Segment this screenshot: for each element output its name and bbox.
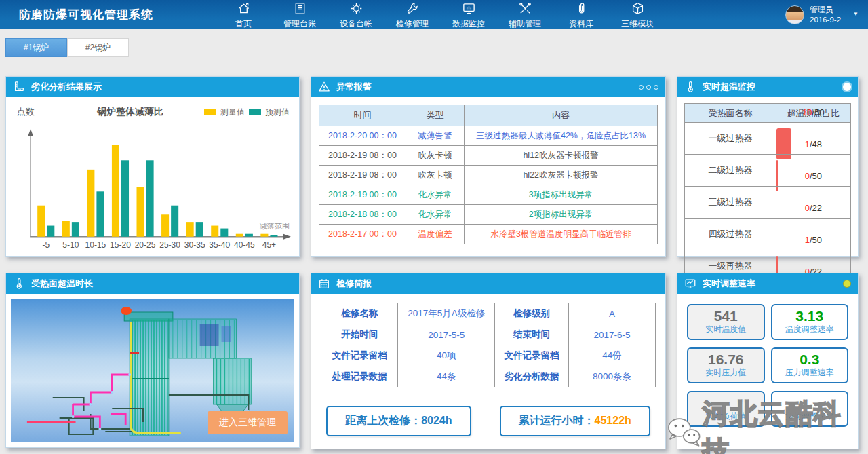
user-date: 2016-9-2	[810, 15, 841, 25]
maintenance-row: 检修名称 2017年5月A级检修 检修级别 A	[321, 303, 656, 324]
status-indicator	[843, 83, 851, 91]
nav-item-device[interactable]: 设备台帐	[339, 0, 373, 30]
maintenance-row: 文件记录留档 40项 文件记录留档 44份	[321, 345, 656, 366]
panel-title: 劣化分析结果展示	[31, 81, 102, 93]
rate-card: 实时负荷值	[687, 391, 765, 427]
rate-card: 负荷调整速率	[771, 391, 849, 427]
alarm-content: hl22吹灰器卡顿报警	[465, 166, 658, 185]
maintenance-label: 检修级别	[495, 303, 568, 324]
tab-boiler-2[interactable]: #2锅炉	[67, 38, 129, 57]
nav-item-label: 首页	[235, 18, 252, 30]
top-navbar: 防磨防爆可视化管理系统 首页 管理台账 设备台帐 检修管理 数据监控 辅助管理 …	[0, 0, 868, 29]
nav-item-three-d[interactable]: 三维模块	[620, 0, 654, 30]
stat-label: 距离上次检修：	[345, 415, 421, 426]
chevron-down-icon[interactable]: ▼	[853, 11, 859, 18]
maintenance-value: 2017-6-5	[568, 324, 655, 345]
alarm-content: 水冷壁3根管道温度明显高于临近管排	[465, 225, 658, 244]
nav-item-library[interactable]: 资料库	[564, 0, 598, 30]
overtemp-ratio: 0/22	[776, 203, 850, 214]
chart-y-axis-label: 点数	[17, 106, 35, 118]
svg-text:35-40: 35-40	[209, 240, 230, 250]
pager-dot[interactable]	[646, 85, 651, 90]
nav-item-label: 设备台帐	[340, 18, 372, 30]
maintenance-table: 检修名称 2017年5月A级检修 检修级别 A 开始时间 2017-5-5 结束…	[321, 303, 656, 387]
svg-text:减薄范围: 减薄范围	[260, 222, 290, 230]
main-nav: 首页 管理台账 设备台帐 检修管理 数据监控 辅助管理 资料库 三维模块	[226, 0, 654, 30]
legend-label: 预测值	[265, 107, 290, 118]
overtemp-ratio: 0/50	[776, 171, 850, 182]
nav-item-data[interactable]: 数据监控	[452, 0, 486, 30]
rate-label: 实时压力值	[705, 367, 746, 379]
maintenance-value: 2017-5-5	[398, 324, 495, 345]
maintenance-stat-button-total-hours[interactable]: 累计运行小时：45122h	[500, 406, 650, 436]
alarm-time: 2018-2-19 08：00	[319, 146, 406, 166]
user-name: 管理员	[810, 5, 841, 15]
svg-text:45+: 45+	[262, 240, 276, 250]
pager-dot[interactable]	[639, 85, 644, 90]
nav-item-repair[interactable]: 检修管理	[395, 0, 429, 30]
ruler-icon	[13, 81, 25, 93]
svg-text:30-35: 30-35	[184, 240, 205, 250]
nav-item-label: 辅助管理	[509, 18, 541, 30]
maintenance-stat-button-since-last[interactable]: 距离上次检修：8024h	[326, 406, 471, 436]
maintenance-label: 开始时间	[321, 324, 398, 345]
rate-card: 541 实时温度值	[687, 304, 765, 340]
stat-label: 累计运行小时：	[519, 415, 595, 426]
gear-icon	[349, 1, 363, 18]
alarm-row: 2018-2-18 08：00 化水异常 2项指标出现异常	[319, 205, 658, 225]
nav-item-label: 三维模块	[621, 18, 654, 30]
alarm-content: 3项指标出现异常	[465, 185, 658, 205]
svg-text:10-15: 10-15	[85, 240, 106, 250]
legend-swatch	[204, 109, 216, 115]
maintenance-value: 2017年5月A级检修	[398, 303, 495, 324]
legend-swatch	[249, 109, 261, 115]
nav-item-home[interactable]: 首页	[226, 0, 260, 30]
stat-value: 45122h	[595, 415, 631, 426]
rate-card: 3.13 温度调整速率	[771, 304, 849, 340]
panel-realtime-rates: 实时调整速率 541 实时温度值 3.13 温度调整速率 16.76 实时压力值…	[677, 273, 859, 449]
wrench-icon	[406, 1, 420, 18]
alarm-type: 吹灰卡顿	[406, 146, 465, 166]
maintenance-label: 检修名称	[321, 303, 398, 324]
surface-name: 四级过热器	[685, 218, 776, 250]
alarm-col-header: 类型	[406, 105, 465, 126]
alarm-row: 2018-2-19 00：00 化水异常 3项指标出现异常	[319, 185, 658, 205]
rate-value: 3.13	[795, 309, 823, 324]
panel-abnormal-alarms: 异常报警 时间类型内容 2018-2-20 00：00 减薄告警 三级过热器最大…	[311, 76, 666, 257]
alarm-time: 2018-2-17 00：00	[319, 225, 406, 244]
legend-label: 测量值	[220, 107, 245, 118]
surface-name: 三级过热器	[685, 186, 776, 218]
panel-heating-surface-overtemp: 受热面超温时长	[5, 273, 300, 448]
maintenance-value: 44条	[398, 366, 495, 387]
rate-value: 0.3	[800, 352, 819, 367]
rate-label: 实时负荷值	[705, 411, 746, 422]
alarm-row: 2018-2-17 00：00 温度偏差 水冷壁3根管道温度明显高于临近管排	[319, 225, 658, 244]
maintenance-label: 结束时间	[495, 324, 568, 345]
svg-text:25-30: 25-30	[159, 240, 180, 250]
maintenance-value: 40项	[398, 345, 495, 366]
thinning-bar-chart: -55-1010-1515-2020-2525-3030-3535-4040-4…	[6, 118, 299, 253]
nav-item-ledger[interactable]: 管理台账	[283, 0, 317, 30]
dashboard-root: 防磨防爆可视化管理系统 首页 管理台账 设备台帐 检修管理 数据监控 辅助管理 …	[0, 0, 868, 454]
svg-text:20-25: 20-25	[135, 240, 156, 250]
panel-title: 实时超温监控	[703, 81, 755, 93]
maintenance-label: 文件记录留档	[495, 345, 568, 366]
user-menu[interactable]: 管理员 2016-9-2 ▼	[785, 5, 859, 25]
monitor-chart-icon	[684, 278, 696, 290]
nav-item-aux[interactable]: 辅助管理	[508, 0, 542, 30]
alarm-content: hl12吹灰器卡顿报警	[465, 146, 658, 166]
alarm-content: 三级过热器最大减薄值42%，危险点占比13%	[465, 126, 658, 146]
boiler-tabs: #1锅炉#2锅炉	[5, 38, 129, 57]
cube-icon	[631, 1, 645, 18]
rate-value: 16.76	[708, 352, 744, 367]
svg-text:-5: -5	[42, 240, 50, 250]
svg-text:5-10: 5-10	[62, 240, 79, 250]
alarm-type: 化水异常	[406, 205, 465, 225]
alarm-type: 吹灰卡顿	[406, 166, 465, 185]
nav-item-label: 检修管理	[396, 18, 429, 30]
enter-3d-button[interactable]: 进入三维管理	[208, 411, 288, 434]
pager-dot[interactable]	[654, 85, 658, 90]
alarm-row: 2018-2-20 00：00 减薄告警 三级过热器最大减薄值42%，危险点占比…	[319, 126, 658, 146]
tab-boiler-1[interactable]: #1锅炉	[5, 38, 67, 57]
overtemp-ratio: 1/50	[776, 235, 850, 246]
